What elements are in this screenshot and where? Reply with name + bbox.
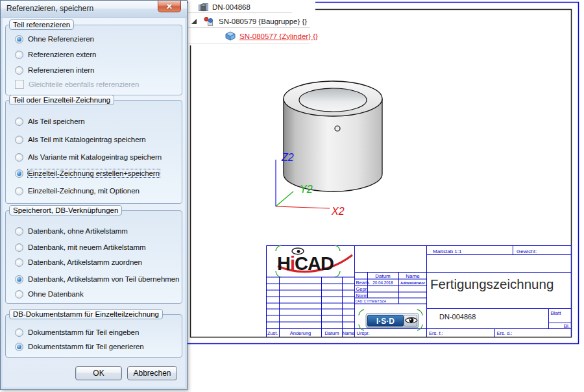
part-cube-icon [224,31,237,42]
bearb-datum: 20.04.2018 [372,280,393,285]
radio-referenzieren-intern[interactable]: Referenzieren intern [15,65,94,75]
tree-item-drawing[interactable]: DN-004868 [188,0,315,14]
group-speicherort-db: Speicherort, DB-Verknüpfungen Datenbank,… [5,210,182,304]
radio-db-artikelstamm-uebernehmen[interactable]: Datenbank, Artikelstamm von Teil überneh… [15,274,179,284]
name-label: Name [343,331,354,336]
group-label: DB-Dokumentstamm für Einzelteilzeichnung [9,309,163,319]
checkbox-gleichteile: Gleichteile ebenfalls referenzieren [15,79,139,90]
radio-dokumentstamm-generieren[interactable]: Dokumentstamm für Teil generieren [15,341,144,352]
radio-label: Referenzieren intern [28,66,94,74]
radio-db-ohne-artikelstamm[interactable]: Datenbank, ohne Artikelstamm [15,226,128,236]
bl-label: Bl. [564,323,570,329]
radio-dokumentstamm-eingeben[interactable]: Dokumentstamm für Teil eingeben [15,327,139,337]
radio-icon [15,66,23,75]
cad-path: CAD: C:\TTE\ET.SZA [356,299,387,303]
group-label: Speicherort, DB-Verknüpfungen [9,205,122,215]
radio-icon [15,169,23,178]
radio-label: Datenbank, mit neuem Artikelstamm [28,243,145,251]
weight-label: Gewicht: [517,249,537,254]
bearb-label: Bearb. [356,280,371,286]
axis-x-label: X2 [331,206,345,217]
radio-label: Einzelteil-Zeichnung, mit Optionen [28,187,140,195]
radio-icon [15,328,23,337]
bearb-name: Administrator [400,281,426,285]
model-cylinder[interactable] [284,81,382,191]
cancel-button[interactable]: Abbrechen [127,366,177,380]
radio-einzelteil-zeichnung-erstellen[interactable]: Einzelteil-Zeichnung erstellen+speichern [15,168,160,178]
radio-label: Einzelteil-Zeichnung erstellen+speichern [28,169,160,177]
tree-separator [188,27,310,28]
urspr-label: Urspr. [357,330,370,336]
tree-item-assembly[interactable]: SN-080579 {Baugruppe} {} [188,14,315,28]
expander-expanded-icon[interactable] [190,18,198,25]
radio-label: Ohne Referenzieren [28,35,94,43]
axis-y-line [276,191,293,206]
radio-label: Ohne Datenbank [28,290,84,298]
isd-eye-icon [406,318,418,323]
radio-label: Als Teil mit Katalogeintrag speichern [28,136,145,143]
isd-text: I·S·D [376,317,395,326]
group-db-dokumentstamm: DB-Dokumentstamm für Einzelteilzeichnung… [5,314,182,358]
group-label: Teil oder Einzelteil-Zeichnung [9,95,114,105]
drawing-document-icon [198,1,210,13]
scale-label: Maßstab 1:1 [433,249,462,254]
radio-referenzieren-extern[interactable]: Referenzieren extern [15,49,96,60]
norm-label: Norm [356,293,368,299]
assembly-icon [203,16,215,27]
aenderung-label: Änderung [290,330,311,336]
group-label: Teil referenzieren [9,19,74,30]
dialog-titlebar[interactable]: Referenzieren, speichern [1,1,187,18]
dialog-title: Referenzieren, speichern [6,4,93,13]
radio-icon [15,343,23,351]
radio-icon [15,258,23,267]
radio-label: Dokumentstamm für Teil eingeben [28,328,139,336]
radio-einzelteil-zeichnung-optionen[interactable]: Einzelteil-Zeichnung, mit Optionen [15,186,140,196]
radio-icon [15,35,23,43]
tree-item-cylinder[interactable]: SN-080577 {Zylinder} {} [188,29,315,43]
checkbox-icon [15,80,24,89]
blatt-label: Blatt [551,310,562,316]
radio-als-teil-katalog[interactable]: Als Teil mit Katalogeintrag speichern [15,134,145,145]
radio-icon [15,227,23,236]
col-datum-header: Datum [375,273,391,279]
tree-item-label: SN-080577 {Zylinder} {} [239,32,318,40]
close-button[interactable] [158,1,181,12]
hicad-eye-icon [292,248,304,254]
radio-icon [15,136,23,144]
radio-ohne-referenzieren[interactable]: Ohne Referenzieren [15,34,94,44]
referenzieren-speichern-dialog: Referenzieren, speichern Teil referenzie… [0,0,188,390]
ok-button[interactable]: OK [75,366,122,380]
radio-label: Datenbank, Artikelstamm zuordnen [28,258,142,266]
hicad-workspace: Z2 Y2 X2 [0,0,584,392]
tree-item-label: DN-004868 [212,3,250,11]
gepr-label: Gepr. [356,286,368,292]
ers-f-label: Ers. f.: [429,330,443,336]
radio-label: Datenbank, ohne Artikelstamm [28,227,128,235]
tree-separator [188,12,292,13]
radio-db-artikelstamm-zuordnen[interactable]: Datenbank, Artikelstamm zuordnen [15,257,142,267]
radio-db-neuem-artikelstamm[interactable]: Datenbank, mit neuem Artikelstamm [15,242,145,252]
hicad-logo: HiCAD [276,245,352,277]
radio-label: Als Teil speichern [28,117,84,125]
radio-icon [15,153,23,162]
tree-item-label: SN-080579 {Baugruppe} {} [219,18,307,25]
drawing-title: Fertigungszeichnung [430,276,554,291]
tree-separator [188,43,310,43]
col-name-header: Name [406,273,420,279]
radio-icon [15,51,23,59]
radio-label: Datenbank, Artikelstamm von Teil überneh… [28,275,179,283]
group-teil-referenzieren: Teil referenzieren Ohne Referenzieren Re… [5,25,182,95]
checkbox-label: Gleichteile ebenfalls referenzieren [29,80,139,88]
radio-ohne-datenbank[interactable]: Ohne Datenbank [15,289,84,299]
axis-x-line [276,206,330,208]
radio-label: Als Variante mit Katalogeintrag speicher… [28,153,162,161]
isd-logo: I·S·D [359,310,422,330]
radio-icon [15,243,23,252]
radio-icon [15,117,23,126]
radio-icon [15,290,23,299]
axis-y-label: Y2 [300,184,313,195]
radio-label: Referenzieren extern [28,51,96,58]
radio-als-teil-speichern[interactable]: Als Teil speichern [15,116,84,127]
datum-label: Datum [324,330,339,336]
radio-als-variante-katalog[interactable]: Als Variante mit Katalogeintrag speicher… [15,152,162,162]
